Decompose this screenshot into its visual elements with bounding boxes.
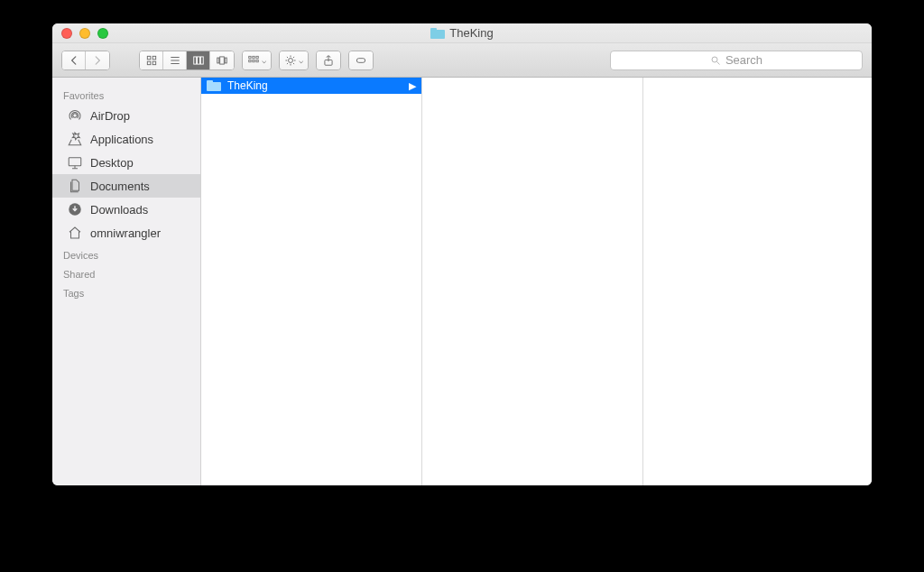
svg-rect-1 bbox=[152, 56, 156, 60]
tags-group bbox=[348, 51, 374, 70]
forward-button[interactable] bbox=[86, 51, 109, 69]
svg-point-19 bbox=[289, 58, 293, 62]
svg-line-24 bbox=[287, 56, 288, 57]
applications-icon bbox=[67, 131, 83, 147]
sidebar-item-airdrop[interactable]: AirDrop bbox=[52, 104, 200, 127]
close-button[interactable] bbox=[61, 28, 72, 39]
svg-rect-10 bbox=[217, 58, 219, 63]
sidebar-item-label: AirDrop bbox=[90, 109, 130, 123]
svg-rect-13 bbox=[249, 56, 251, 58]
svg-rect-2 bbox=[147, 61, 151, 65]
svg-rect-14 bbox=[253, 56, 254, 58]
svg-rect-8 bbox=[197, 56, 199, 63]
arrange-button[interactable]: ⌵ bbox=[243, 51, 271, 69]
finder-body: Favorites AirDrop Applications Desktop bbox=[52, 78, 872, 485]
sidebar-item-home[interactable]: omniwrangler bbox=[52, 221, 200, 244]
svg-rect-18 bbox=[256, 60, 258, 61]
sidebar-item-desktop[interactable]: Desktop bbox=[52, 151, 200, 174]
svg-rect-16 bbox=[249, 60, 251, 61]
sidebar-item-documents[interactable]: Documents bbox=[52, 174, 200, 198]
sidebar: Favorites AirDrop Applications Desktop bbox=[52, 78, 201, 485]
sidebar-item-applications[interactable]: Applications bbox=[52, 127, 200, 151]
tags-button[interactable] bbox=[349, 51, 373, 69]
svg-line-27 bbox=[293, 56, 294, 57]
sidebar-item-label: Downloads bbox=[90, 203, 148, 217]
sidebar-item-downloads[interactable]: Downloads bbox=[52, 198, 200, 221]
chevron-down-icon: ⌵ bbox=[299, 56, 303, 65]
chevron-down-icon: ⌵ bbox=[262, 56, 266, 65]
traffic-lights bbox=[52, 28, 108, 39]
column-0[interactable]: TheKing ▶ bbox=[201, 78, 422, 485]
gallery-view-button[interactable] bbox=[210, 51, 234, 69]
svg-rect-17 bbox=[253, 60, 254, 61]
column-1[interactable] bbox=[422, 78, 643, 485]
sidebar-item-label: Applications bbox=[90, 133, 153, 146]
window-title-text: TheKing bbox=[449, 26, 493, 40]
nav-group bbox=[61, 51, 110, 70]
folder-icon bbox=[207, 80, 221, 91]
list-item[interactable]: TheKing ▶ bbox=[201, 78, 421, 94]
svg-rect-15 bbox=[256, 56, 258, 58]
item-label: TheKing bbox=[227, 79, 268, 92]
svg-rect-0 bbox=[147, 56, 151, 60]
share-group bbox=[316, 51, 341, 70]
documents-icon bbox=[67, 178, 83, 194]
sidebar-header-devices: Devices bbox=[52, 244, 200, 263]
search-icon bbox=[710, 55, 721, 66]
svg-line-31 bbox=[716, 61, 719, 64]
svg-rect-11 bbox=[220, 56, 225, 63]
search-placeholder: Search bbox=[725, 53, 762, 67]
zoom-button[interactable] bbox=[97, 28, 108, 39]
action-button[interactable]: ⌵ bbox=[280, 51, 308, 69]
arrange-group: ⌵ bbox=[242, 51, 272, 70]
action-group: ⌵ bbox=[279, 51, 309, 70]
list-view-button[interactable] bbox=[163, 51, 187, 69]
sidebar-item-label: Documents bbox=[90, 180, 150, 193]
sidebar-item-label: Desktop bbox=[90, 156, 134, 170]
svg-rect-7 bbox=[193, 56, 196, 63]
disclosure-arrow-icon: ▶ bbox=[409, 80, 416, 92]
svg-rect-33 bbox=[69, 158, 81, 166]
minimize-button[interactable] bbox=[79, 28, 90, 39]
sidebar-header-shared: Shared bbox=[52, 263, 200, 282]
view-group bbox=[139, 51, 235, 70]
airdrop-icon bbox=[67, 107, 83, 124]
sidebar-header-favorites: Favorites bbox=[52, 85, 200, 104]
svg-line-26 bbox=[287, 62, 288, 63]
share-button[interactable] bbox=[317, 51, 340, 69]
column-2[interactable] bbox=[643, 78, 872, 485]
sidebar-item-label: omniwrangler bbox=[90, 226, 161, 240]
desktop-icon bbox=[67, 154, 83, 171]
finder-window: TheKing bbox=[52, 23, 872, 485]
downloads-icon bbox=[67, 201, 83, 217]
column-browser: TheKing ▶ bbox=[201, 78, 872, 485]
svg-rect-12 bbox=[225, 58, 226, 63]
svg-line-25 bbox=[293, 62, 294, 63]
sidebar-header-tags: Tags bbox=[52, 282, 200, 301]
svg-point-32 bbox=[73, 114, 78, 118]
titlebar: TheKing bbox=[52, 23, 872, 43]
folder-icon bbox=[430, 28, 445, 39]
svg-rect-29 bbox=[356, 58, 365, 62]
svg-point-30 bbox=[712, 57, 717, 62]
svg-rect-9 bbox=[200, 56, 203, 63]
svg-rect-3 bbox=[152, 61, 156, 65]
icon-view-button[interactable] bbox=[140, 51, 163, 69]
search-field[interactable]: Search bbox=[610, 51, 863, 70]
back-button[interactable] bbox=[62, 51, 86, 69]
column-view-button[interactable] bbox=[187, 51, 210, 69]
home-icon bbox=[67, 225, 83, 241]
window-title: TheKing bbox=[52, 26, 872, 40]
toolbar: ⌵ ⌵ bbox=[52, 43, 872, 78]
